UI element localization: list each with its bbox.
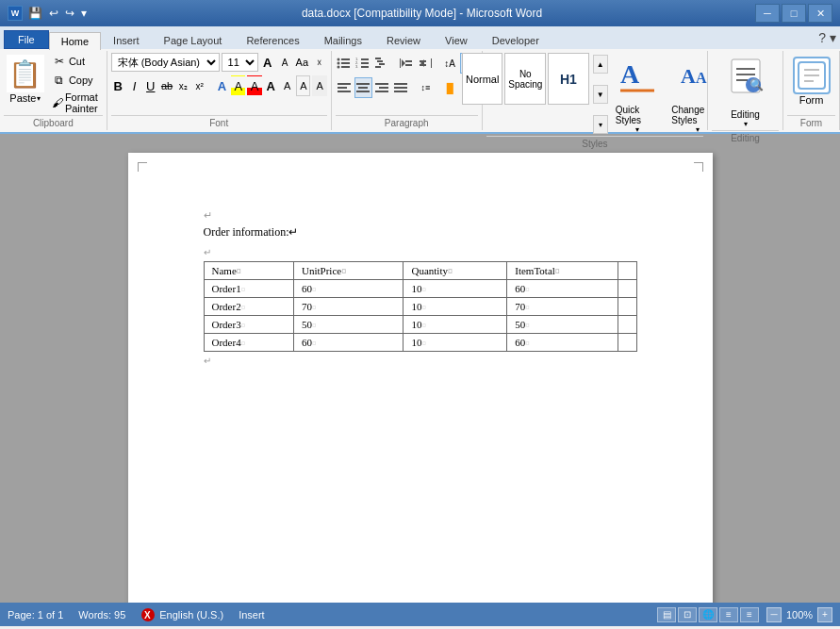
- font-family-select[interactable]: 宋体 (Body Asian): [111, 53, 220, 72]
- tab-mailings[interactable]: Mailings: [312, 31, 374, 49]
- underline-button[interactable]: U: [143, 75, 157, 96]
- table-row[interactable]: Order2¤ 70¤ 10¤ 70¤: [204, 298, 636, 316]
- table-row[interactable]: Order4¤ 60¤ 10¤ 60¤: [204, 334, 636, 352]
- tab-developer[interactable]: Developer: [480, 31, 552, 49]
- style-item-heading1[interactable]: H1: [548, 53, 589, 105]
- insert-mode[interactable]: Insert: [239, 609, 265, 621]
- editing-button[interactable]: 🔍 Editing ▾: [722, 53, 769, 130]
- order-info-text[interactable]: Order information:↵: [204, 225, 637, 240]
- ribbon-help-btn[interactable]: ?: [818, 30, 826, 45]
- format-painter-button[interactable]: 🖌 Format Painter: [50, 91, 104, 115]
- table-row[interactable]: Order1¤ 60¤ 10¤ 60¤: [204, 280, 636, 298]
- cell-itemtotal: 70¤: [507, 298, 618, 316]
- table-row[interactable]: Order3¤ 50¤ 10¤ 50¤: [204, 316, 636, 334]
- status-left: Page: 1 of 1 Words: 95 X English (U.S.) …: [8, 607, 265, 622]
- full-screen-btn[interactable]: ⊡: [678, 607, 697, 622]
- tab-insert[interactable]: Insert: [101, 31, 152, 49]
- copy-button[interactable]: ⧉ Copy: [50, 72, 104, 89]
- cell-name: Order2¤: [204, 298, 294, 316]
- svg-rect-24: [338, 83, 351, 85]
- tab-home[interactable]: Home: [49, 32, 101, 50]
- cut-label: Cut: [69, 56, 85, 67]
- tab-references[interactable]: References: [234, 31, 311, 49]
- quick-styles-button[interactable]: A Quick Styles ▾: [612, 53, 665, 136]
- grow-font-btn2[interactable]: A: [264, 75, 278, 96]
- maximize-button[interactable]: □: [782, 4, 806, 23]
- multilevel-list-button[interactable]: [373, 53, 391, 74]
- style-item-normal[interactable]: Normal: [462, 53, 503, 105]
- minimize-button[interactable]: ─: [755, 4, 780, 23]
- quick-styles-arrow[interactable]: ▾: [635, 125, 639, 134]
- subscript-button[interactable]: x₂: [176, 75, 190, 96]
- font-size-select[interactable]: 11: [222, 53, 258, 72]
- paste-label: Paste: [9, 92, 36, 104]
- col-name-header: Name¤: [204, 262, 294, 280]
- change-styles-arrow[interactable]: ▾: [696, 125, 700, 134]
- web-layout-btn[interactable]: 🌐: [699, 607, 717, 622]
- table-body: Order1¤ 60¤ 10¤ 60¤ Order2¤ 70¤ 10¤ 70¤ …: [204, 280, 636, 352]
- form-button[interactable]: Form: [785, 53, 838, 109]
- char-shading-button[interactable]: A: [312, 75, 326, 96]
- paste-button[interactable]: 📋 Paste ▾: [3, 53, 48, 106]
- styles-more[interactable]: ▾: [593, 115, 608, 134]
- outline-view-btn[interactable]: ≡: [719, 607, 738, 622]
- shrink-font-button[interactable]: A: [277, 53, 292, 72]
- change-case-button[interactable]: Aa: [294, 53, 309, 72]
- redo-quick-btn[interactable]: ↪: [63, 7, 76, 20]
- svg-rect-11: [361, 66, 369, 68]
- col-itemtotal-header: ItemTotal¤: [507, 262, 618, 280]
- form-group: Form Form: [783, 51, 840, 130]
- style-item-no-spacing[interactable]: No Spacing: [504, 53, 546, 105]
- pilcrow-itemtotal: ¤: [555, 266, 560, 276]
- highlight-button[interactable]: A: [231, 75, 245, 96]
- shading-button[interactable]: █: [441, 77, 459, 98]
- editing-content: 🔍 Editing ▾: [722, 53, 769, 130]
- svg-rect-15: [375, 66, 381, 68]
- increase-indent-button[interactable]: [417, 53, 435, 74]
- tab-page-layout[interactable]: Page Layout: [152, 31, 235, 49]
- tab-review[interactable]: Review: [374, 31, 433, 49]
- line-spacing-button[interactable]: ↕≡: [417, 77, 435, 98]
- bullets-button[interactable]: [336, 53, 354, 74]
- align-right-button[interactable]: [373, 77, 391, 98]
- text-color2-button[interactable]: A: [296, 75, 310, 96]
- numbering-button[interactable]: 1.2.3.: [354, 53, 372, 74]
- align-center-button[interactable]: [354, 77, 372, 98]
- undo-quick-btn[interactable]: ↩: [47, 7, 60, 20]
- justify-button[interactable]: [392, 77, 410, 98]
- close-button[interactable]: ✕: [808, 4, 832, 23]
- shrink-font-btn2[interactable]: A: [280, 75, 294, 96]
- sort-button[interactable]: ↕A: [441, 53, 459, 74]
- editing-arrow[interactable]: ▾: [744, 120, 748, 128]
- tab-view[interactable]: View: [433, 31, 480, 49]
- ribbon-minimize-btn[interactable]: ▾: [830, 30, 836, 45]
- italic-button[interactable]: I: [127, 75, 141, 96]
- zoom-out-button[interactable]: ─: [766, 607, 782, 622]
- svg-text:3.: 3.: [355, 64, 358, 69]
- grow-font-button[interactable]: A: [260, 53, 275, 72]
- align-left-button[interactable]: [336, 77, 354, 98]
- strikethrough-button[interactable]: ab: [159, 75, 173, 96]
- bold-button[interactable]: B: [111, 75, 125, 96]
- decrease-indent-button[interactable]: [398, 53, 416, 74]
- font-color-button[interactable]: A: [247, 75, 261, 96]
- document-page[interactable]: ↵ Order information:↵ ↵ Name¤ UnitPrice¤…: [128, 153, 713, 603]
- superscript-button[interactable]: x²: [192, 75, 206, 96]
- paste-dropdown-arrow[interactable]: ▾: [37, 94, 41, 103]
- draft-view-btn[interactable]: ≡: [740, 607, 759, 622]
- clear-format-button[interactable]: ☓: [311, 53, 326, 72]
- save-quick-btn[interactable]: 💾: [26, 7, 44, 20]
- word-icon: W: [8, 6, 23, 21]
- styles-scroll-down[interactable]: ▼: [593, 85, 608, 104]
- tab-file[interactable]: File: [4, 30, 49, 49]
- cut-button[interactable]: ✂ Cut: [50, 53, 104, 70]
- cell-extra: [618, 316, 636, 334]
- styles-scroll-up[interactable]: ▲: [593, 55, 608, 74]
- svg-rect-21: [420, 60, 426, 62]
- customize-quick-btn[interactable]: ▾: [79, 7, 89, 20]
- zoom-in-button[interactable]: +: [817, 607, 832, 622]
- font-row-1: 宋体 (Body Asian) 11 A A Aa ☓: [111, 53, 327, 72]
- text-effects-button[interactable]: A: [215, 75, 229, 96]
- print-layout-btn[interactable]: ▤: [657, 607, 676, 622]
- svg-rect-23: [431, 58, 432, 68]
